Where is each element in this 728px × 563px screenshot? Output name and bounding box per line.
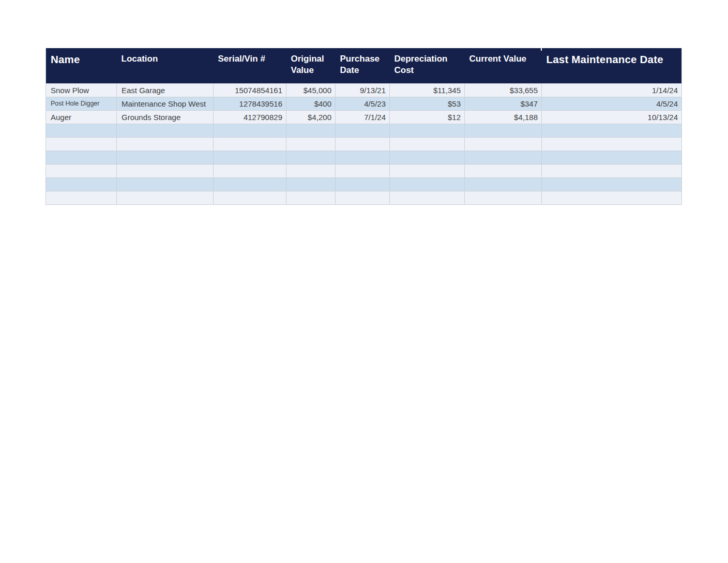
cell-name[interactable] <box>46 177 117 191</box>
header-row: NameLocationSerial/Vin #Original ValuePu… <box>46 48 682 83</box>
empty-table-row <box>46 191 682 204</box>
column-header-current_value[interactable]: Current Value <box>465 48 542 83</box>
cell-serial[interactable] <box>214 177 286 191</box>
cell-original_value[interactable]: $4,200 <box>286 110 336 124</box>
cell-serial[interactable]: 1278439516 <box>214 97 286 110</box>
cell-purchase_date[interactable]: 7/1/24 <box>336 110 390 124</box>
empty-table-row <box>46 137 682 151</box>
column-header-depreciation_cost[interactable]: Depreciation Cost <box>390 48 465 83</box>
cell-original_value[interactable]: $45,000 <box>286 83 336 97</box>
cell-location[interactable] <box>117 151 214 164</box>
column-header-location[interactable]: Location <box>117 48 214 83</box>
cell-depreciation_cost[interactable] <box>390 191 465 204</box>
cell-current_value[interactable]: $4,188 <box>465 110 542 124</box>
cell-purchase_date[interactable] <box>336 177 390 191</box>
cell-last_maintenance[interactable]: 1/14/24 <box>542 83 682 97</box>
table-row: AugerGrounds Storage412790829$4,2007/1/2… <box>46 110 682 124</box>
cell-name[interactable]: Auger <box>46 110 117 124</box>
asset-spreadsheet: NameLocationSerial/Vin #Original ValuePu… <box>46 48 682 205</box>
cell-serial[interactable] <box>214 137 286 151</box>
cell-current_value[interactable] <box>465 177 542 191</box>
cell-location[interactable] <box>117 177 214 191</box>
cell-current_value[interactable]: $347 <box>465 97 542 110</box>
cell-original_value[interactable]: $400 <box>286 97 336 110</box>
cell-original_value[interactable] <box>286 151 336 164</box>
table-header: NameLocationSerial/Vin #Original ValuePu… <box>46 48 682 83</box>
column-header-name[interactable]: Name <box>46 48 117 83</box>
cell-depreciation_cost[interactable] <box>390 164 465 177</box>
column-header-original_value[interactable]: Original Value <box>286 48 336 83</box>
cell-name[interactable] <box>46 191 117 204</box>
cell-purchase_date[interactable] <box>336 164 390 177</box>
cell-current_value[interactable]: $33,655 <box>465 83 542 97</box>
cell-purchase_date[interactable] <box>336 137 390 151</box>
cell-current_value[interactable] <box>465 137 542 151</box>
cell-purchase_date[interactable]: 9/13/21 <box>336 83 390 97</box>
cell-serial[interactable]: 15074854161 <box>214 83 286 97</box>
cell-original_value[interactable] <box>286 164 336 177</box>
cell-last_maintenance[interactable] <box>542 137 682 151</box>
cell-location[interactable]: Grounds Storage <box>117 110 214 124</box>
cell-current_value[interactable] <box>465 191 542 204</box>
cell-location[interactable] <box>117 124 214 137</box>
cell-last_maintenance[interactable] <box>542 177 682 191</box>
table-row: Post Hole DiggerMaintenance Shop West127… <box>46 97 682 110</box>
cell-name[interactable] <box>46 164 117 177</box>
column-header-purchase_date[interactable]: Purchase Date <box>336 48 390 83</box>
empty-table-row <box>46 151 682 164</box>
cell-depreciation_cost[interactable] <box>390 151 465 164</box>
empty-table-row <box>46 177 682 191</box>
page-background: NameLocationSerial/Vin #Original ValuePu… <box>0 0 728 563</box>
cell-last_maintenance[interactable] <box>542 124 682 137</box>
column-header-last_maintenance[interactable]: Last Maintenance Date <box>542 48 682 83</box>
cell-location[interactable]: Maintenance Shop West <box>117 97 214 110</box>
cell-purchase_date[interactable] <box>336 191 390 204</box>
cell-location[interactable] <box>117 137 214 151</box>
cell-name[interactable] <box>46 137 117 151</box>
cell-depreciation_cost[interactable]: $53 <box>390 97 465 110</box>
cell-original_value[interactable] <box>286 137 336 151</box>
cell-serial[interactable]: 412790829 <box>214 110 286 124</box>
cell-location[interactable] <box>117 191 214 204</box>
cell-purchase_date[interactable]: 4/5/23 <box>336 97 390 110</box>
cell-depreciation_cost[interactable] <box>390 124 465 137</box>
cell-depreciation_cost[interactable] <box>390 177 465 191</box>
table-row: Snow PlowEast Garage15074854161$45,0009/… <box>46 83 682 97</box>
cell-original_value[interactable] <box>286 177 336 191</box>
cell-name[interactable] <box>46 151 117 164</box>
cell-original_value[interactable] <box>286 191 336 204</box>
cell-location[interactable] <box>117 164 214 177</box>
cell-serial[interactable] <box>214 124 286 137</box>
cell-last_maintenance[interactable] <box>542 191 682 204</box>
cell-current_value[interactable] <box>465 151 542 164</box>
empty-table-row <box>46 164 682 177</box>
cell-original_value[interactable] <box>286 124 336 137</box>
cell-depreciation_cost[interactable]: $12 <box>390 110 465 124</box>
cell-last_maintenance[interactable] <box>542 164 682 177</box>
cell-location[interactable]: East Garage <box>117 83 214 97</box>
cell-name[interactable] <box>46 124 117 137</box>
cell-serial[interactable] <box>214 191 286 204</box>
cell-current_value[interactable] <box>465 164 542 177</box>
cell-depreciation_cost[interactable] <box>390 137 465 151</box>
header-gap-notch <box>541 48 542 51</box>
cell-depreciation_cost[interactable]: $11,345 <box>390 83 465 97</box>
cell-name[interactable]: Post Hole Digger <box>46 97 117 110</box>
cell-name[interactable]: Snow Plow <box>46 83 117 97</box>
cell-current_value[interactable] <box>465 124 542 137</box>
cell-serial[interactable] <box>214 151 286 164</box>
cell-purchase_date[interactable] <box>336 124 390 137</box>
cell-purchase_date[interactable] <box>336 151 390 164</box>
equipment-table: NameLocationSerial/Vin #Original ValuePu… <box>46 48 682 205</box>
empty-table-row <box>46 124 682 137</box>
cell-last_maintenance[interactable]: 10/13/24 <box>542 110 682 124</box>
cell-serial[interactable] <box>214 164 286 177</box>
cell-last_maintenance[interactable] <box>542 151 682 164</box>
column-header-serial[interactable]: Serial/Vin # <box>214 48 286 83</box>
cell-last_maintenance[interactable]: 4/5/24 <box>542 97 682 110</box>
